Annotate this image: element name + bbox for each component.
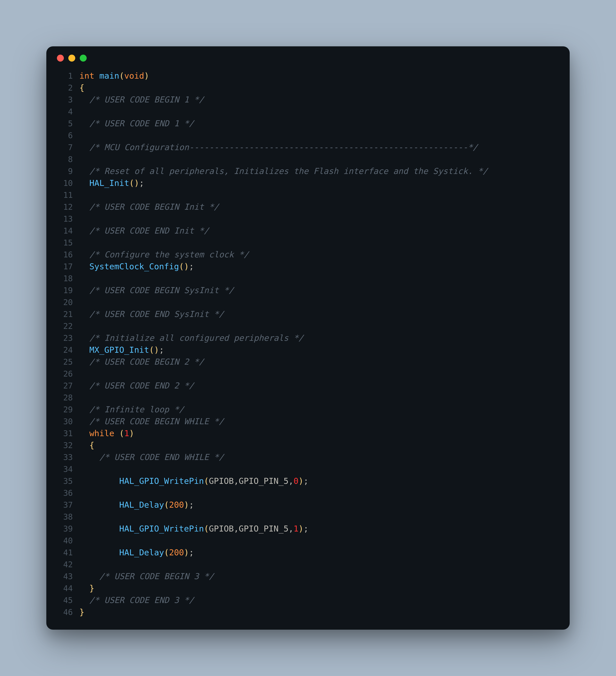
code-line[interactable]: 40 bbox=[46, 534, 570, 547]
code-line[interactable]: 18 bbox=[46, 273, 570, 284]
code-line[interactable]: 42 bbox=[46, 559, 570, 570]
code-content[interactable]: /* USER CODE BEGIN Init */ bbox=[79, 201, 570, 213]
code-line[interactable]: 15 bbox=[46, 237, 570, 248]
code-line[interactable]: 22 bbox=[46, 320, 570, 332]
line-number: 12 bbox=[46, 201, 79, 213]
code-content[interactable]: /* Initialize all configured peripherals… bbox=[79, 332, 570, 344]
code-line[interactable]: 44 } bbox=[46, 582, 570, 594]
code-line[interactable]: 7 /* MCU Configuration------------------… bbox=[46, 142, 570, 153]
code-line[interactable]: 3 /* USER CODE BEGIN 1 */ bbox=[46, 94, 570, 106]
code-content[interactable]: /* Reset of all peripherals, Initializes… bbox=[79, 165, 570, 177]
token-const: GPIO_PIN_5 bbox=[239, 524, 289, 533]
code-line[interactable]: 25 /* USER CODE BEGIN 2 */ bbox=[46, 356, 570, 368]
token-punct bbox=[79, 166, 89, 176]
code-content[interactable]: /* USER CODE BEGIN 2 */ bbox=[79, 356, 570, 368]
code-line[interactable]: 36 bbox=[46, 487, 570, 499]
code-content[interactable]: /* USER CODE BEGIN WHILE */ bbox=[79, 415, 570, 428]
line-number: 23 bbox=[46, 332, 79, 344]
code-content[interactable]: HAL_Delay(200); bbox=[79, 499, 570, 511]
code-line[interactable]: 43 /* USER CODE BEGIN 3 */ bbox=[46, 570, 570, 582]
code-line[interactable]: 46} bbox=[46, 606, 570, 618]
line-number: 33 bbox=[46, 451, 79, 463]
code-line[interactable]: 32 { bbox=[46, 439, 570, 451]
code-content[interactable]: /* USER CODE END 1 */ bbox=[79, 117, 570, 129]
code-content[interactable]: HAL_Delay(200); bbox=[79, 547, 570, 559]
code-content[interactable]: { bbox=[79, 82, 570, 94]
code-line[interactable]: 9 /* Reset of all peripherals, Initializ… bbox=[46, 165, 570, 177]
code-line[interactable]: 20 bbox=[46, 296, 570, 308]
code-line[interactable]: 2{ bbox=[46, 82, 570, 94]
code-content[interactable]: /* USER CODE END 3 */ bbox=[79, 594, 570, 606]
code-content[interactable]: HAL_GPIO_WritePin(GPIOB,GPIO_PIN_5,1); bbox=[79, 523, 570, 534]
code-line[interactable]: 12 /* USER CODE BEGIN Init */ bbox=[46, 201, 570, 213]
code-line[interactable]: 45 /* USER CODE END 3 */ bbox=[46, 594, 570, 606]
line-number: 11 bbox=[46, 189, 79, 201]
code-content[interactable]: /* USER CODE BEGIN SysInit */ bbox=[79, 284, 570, 296]
code-content[interactable]: } bbox=[79, 606, 570, 618]
code-content[interactable]: HAL_GPIO_WritePin(GPIOB,GPIO_PIN_5,0); bbox=[79, 475, 570, 487]
token-paren: ( bbox=[204, 524, 209, 533]
token-fn: HAL_GPIO_WritePin bbox=[119, 524, 204, 533]
line-number: 34 bbox=[46, 463, 79, 475]
close-icon[interactable] bbox=[57, 55, 64, 62]
token-comment: /* Infinite loop */ bbox=[89, 405, 184, 414]
code-line[interactable]: 34 bbox=[46, 463, 570, 475]
code-line[interactable]: 41 HAL_Delay(200); bbox=[46, 547, 570, 559]
code-line[interactable]: 1int main(void) bbox=[46, 70, 570, 82]
token-const: GPIO_PIN_5 bbox=[239, 476, 289, 486]
code-line[interactable]: 35 HAL_GPIO_WritePin(GPIOB,GPIO_PIN_5,0)… bbox=[46, 475, 570, 487]
token-comment: /* USER CODE END 1 */ bbox=[89, 119, 194, 128]
code-editor[interactable]: 1int main(void)2{3 /* USER CODE BEGIN 1 … bbox=[46, 66, 570, 630]
code-content[interactable]: /* USER CODE END 2 */ bbox=[79, 380, 570, 392]
code-content[interactable]: /* USER CODE END WHILE */ bbox=[79, 451, 570, 463]
code-content[interactable]: /* USER CODE BEGIN 3 */ bbox=[79, 570, 570, 582]
minimize-icon[interactable] bbox=[68, 55, 75, 62]
line-number: 18 bbox=[46, 273, 79, 284]
code-line[interactable]: 31 while (1) bbox=[46, 428, 570, 439]
code-line[interactable]: 13 bbox=[46, 213, 570, 225]
code-content[interactable]: { bbox=[79, 439, 570, 451]
code-line[interactable]: 26 bbox=[46, 368, 570, 380]
code-line[interactable]: 17 SystemClock_Config(); bbox=[46, 261, 570, 273]
code-line[interactable]: 21 /* USER CODE END SysInit */ bbox=[46, 308, 570, 320]
token-comment: /* USER CODE BEGIN WHILE */ bbox=[89, 416, 224, 426]
code-line[interactable]: 11 bbox=[46, 189, 570, 201]
code-line[interactable]: 37 HAL_Delay(200); bbox=[46, 499, 570, 511]
token-comment: /* USER CODE END WHILE */ bbox=[99, 452, 224, 462]
code-line[interactable]: 19 /* USER CODE BEGIN SysInit */ bbox=[46, 284, 570, 296]
code-content[interactable]: /* Configure the system clock */ bbox=[79, 248, 570, 261]
line-number: 27 bbox=[46, 380, 79, 392]
code-line[interactable]: 16 /* Configure the system clock */ bbox=[46, 248, 570, 261]
maximize-icon[interactable] bbox=[80, 55, 87, 62]
code-line[interactable]: 6 bbox=[46, 129, 570, 142]
code-content[interactable]: /* USER CODE END Init */ bbox=[79, 225, 570, 237]
code-line[interactable]: 27 /* USER CODE END 2 */ bbox=[46, 380, 570, 392]
token-punct: ; bbox=[304, 524, 308, 533]
code-content[interactable]: int main(void) bbox=[79, 70, 570, 82]
token-paren: { bbox=[79, 83, 84, 93]
code-line[interactable]: 38 bbox=[46, 511, 570, 523]
code-line[interactable]: 5 /* USER CODE END 1 */ bbox=[46, 117, 570, 129]
code-line[interactable]: 33 /* USER CODE END WHILE */ bbox=[46, 451, 570, 463]
code-content[interactable]: /* USER CODE END SysInit */ bbox=[79, 308, 570, 320]
code-line[interactable]: 24 MX_GPIO_Init(); bbox=[46, 344, 570, 356]
code-content[interactable]: } bbox=[79, 582, 570, 594]
code-line[interactable]: 23 /* Initialize all configured peripher… bbox=[46, 332, 570, 344]
code-line[interactable]: 30 /* USER CODE BEGIN WHILE */ bbox=[46, 415, 570, 428]
code-line[interactable]: 4 bbox=[46, 106, 570, 117]
code-content[interactable]: while (1) bbox=[79, 428, 570, 439]
code-line[interactable]: 14 /* USER CODE END Init */ bbox=[46, 225, 570, 237]
code-content[interactable]: MX_GPIO_Init(); bbox=[79, 344, 570, 356]
code-content[interactable]: SystemClock_Config(); bbox=[79, 261, 570, 273]
code-content[interactable]: HAL_Init(); bbox=[79, 177, 570, 189]
code-line[interactable]: 39 HAL_GPIO_WritePin(GPIOB,GPIO_PIN_5,1)… bbox=[46, 523, 570, 534]
token-fn: MX_GPIO_Init bbox=[89, 345, 149, 355]
code-line[interactable]: 8 bbox=[46, 153, 570, 165]
token-punct: , bbox=[234, 524, 239, 533]
code-content[interactable]: /* Infinite loop */ bbox=[79, 403, 570, 415]
code-content[interactable]: /* USER CODE BEGIN 1 */ bbox=[79, 94, 570, 106]
code-content[interactable]: /* MCU Configuration--------------------… bbox=[79, 142, 570, 153]
code-line[interactable]: 29 /* Infinite loop */ bbox=[46, 403, 570, 415]
code-line[interactable]: 28 bbox=[46, 392, 570, 403]
code-line[interactable]: 10 HAL_Init(); bbox=[46, 177, 570, 189]
